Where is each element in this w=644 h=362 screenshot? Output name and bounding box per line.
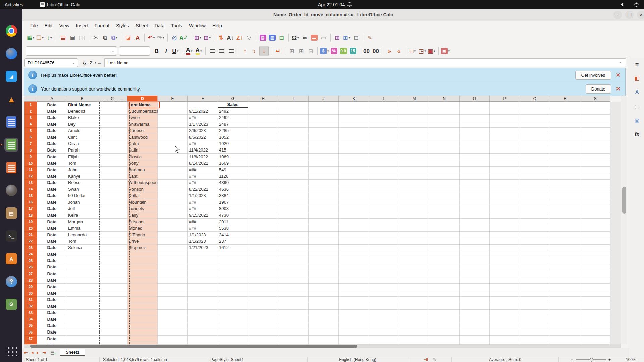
cell[interactable] <box>248 316 278 322</box>
cell[interactable]: Cheese <box>127 128 158 134</box>
italic-button[interactable]: I <box>162 46 170 56</box>
row-header[interactable]: 30 <box>24 290 37 296</box>
cell[interactable] <box>309 257 339 264</box>
cell[interactable] <box>520 167 550 173</box>
cell[interactable]: Shawarma <box>127 121 158 127</box>
cell[interactable] <box>550 238 580 244</box>
row-header[interactable]: 31 <box>24 297 37 303</box>
align-center-button[interactable] <box>217 46 226 56</box>
sidebar-styles-icon[interactable]: A <box>633 88 641 97</box>
next-sheet-button[interactable]: ▸ <box>37 350 39 355</box>
cell[interactable] <box>460 310 490 316</box>
cell[interactable] <box>399 205 429 212</box>
cell[interactable] <box>97 212 127 219</box>
undo-button[interactable]: ↶▾ <box>147 33 156 42</box>
cell[interactable] <box>97 186 127 192</box>
cell[interactable]: Date <box>37 257 67 264</box>
row-header[interactable]: 4 <box>24 121 37 127</box>
cell[interactable]: Date <box>37 336 67 342</box>
cell[interactable] <box>278 167 309 173</box>
cell[interactable] <box>309 140 339 147</box>
cell[interactable] <box>67 251 97 257</box>
cell[interactable] <box>490 303 520 309</box>
cell[interactable] <box>429 310 460 316</box>
cell[interactable]: Reese <box>67 180 97 186</box>
cell[interactable] <box>550 297 580 303</box>
cell[interactable]: Date <box>37 160 67 167</box>
libreoffice-calc-icon[interactable] <box>4 138 18 152</box>
bold-button[interactable]: B <box>152 46 161 56</box>
row-header[interactable]: 9 <box>24 154 37 160</box>
cell[interactable] <box>520 154 550 160</box>
vertical-scrollbar[interactable] <box>621 96 627 344</box>
zoom-out-button[interactable]: − <box>571 357 573 362</box>
cell[interactable] <box>339 264 369 270</box>
cell[interactable] <box>429 232 460 238</box>
cell[interactable] <box>429 219 460 225</box>
cell[interactable] <box>520 251 550 257</box>
cell[interactable] <box>97 238 127 244</box>
cell[interactable] <box>550 121 580 127</box>
cell[interactable] <box>278 134 309 140</box>
headers-footers-button[interactable]: ▭ <box>319 33 328 42</box>
column-header-C[interactable]: C <box>97 96 127 102</box>
cell[interactable] <box>188 102 218 108</box>
format-as-number-button[interactable]: 0.0 <box>339 46 348 56</box>
cell[interactable] <box>97 199 127 205</box>
cell[interactable] <box>580 199 610 205</box>
cell[interactable]: Date <box>37 245 67 251</box>
wrap-text-button[interactable]: ↵ <box>274 46 282 56</box>
row-header[interactable]: 29 <box>24 284 37 290</box>
cell[interactable]: Date <box>37 173 67 179</box>
cell[interactable]: Sales <box>218 102 248 108</box>
clear-formatting-button[interactable]: A <box>133 33 142 42</box>
cell[interactable] <box>278 225 309 231</box>
cell[interactable] <box>429 134 460 140</box>
cell[interactable] <box>309 277 339 284</box>
expand-formula-bar-button[interactable]: ⌄ <box>619 60 622 64</box>
sort-button[interactable]: ⇅ <box>217 33 225 42</box>
cell[interactable] <box>520 173 550 179</box>
cell[interactable] <box>580 102 610 108</box>
cell[interactable] <box>460 245 490 251</box>
cell[interactable] <box>218 264 248 270</box>
define-print-area-button[interactable]: ⊞ <box>333 33 342 42</box>
cell[interactable] <box>460 238 490 244</box>
cell[interactable] <box>490 284 520 290</box>
cell[interactable] <box>399 134 429 140</box>
cell[interactable] <box>218 257 248 264</box>
cell[interactable] <box>490 336 520 342</box>
horizontal-scrollbar[interactable] <box>24 344 621 348</box>
cell[interactable] <box>97 115 127 121</box>
cell[interactable] <box>369 270 399 277</box>
row-header[interactable]: 24 <box>24 251 37 257</box>
cell[interactable] <box>520 232 550 238</box>
cell[interactable] <box>278 160 309 167</box>
row-header[interactable]: 3 <box>24 115 37 121</box>
ubuntu-software-icon[interactable]: A <box>4 252 18 266</box>
cell[interactable]: 2414 <box>218 232 248 238</box>
cell[interactable] <box>550 160 580 167</box>
merge-and-center-cells-button[interactable]: ⊞ <box>287 46 296 56</box>
cell[interactable] <box>127 316 158 322</box>
new-button[interactable]: ▦▾ <box>26 33 35 42</box>
cell[interactable] <box>278 322 309 329</box>
cell[interactable]: Kanye <box>67 173 97 179</box>
cell[interactable] <box>158 284 188 290</box>
cell[interactable] <box>490 270 520 277</box>
cell[interactable] <box>278 102 309 108</box>
cell[interactable] <box>550 251 580 257</box>
cell[interactable]: 237 <box>218 238 248 244</box>
cell[interactable] <box>460 160 490 167</box>
zoom-in-button[interactable]: + <box>608 357 611 362</box>
cell[interactable] <box>399 102 429 108</box>
cell[interactable] <box>309 270 339 277</box>
cell[interactable]: Date <box>37 316 67 322</box>
row-header[interactable]: 6 <box>24 134 37 140</box>
unmerge-cells-button[interactable]: ⊟ <box>306 46 315 56</box>
cell[interactable] <box>550 290 580 296</box>
increase-indent-button[interactable]: » <box>385 46 394 56</box>
cell[interactable] <box>550 336 580 342</box>
cell[interactable]: 1020 <box>218 140 248 147</box>
cell[interactable] <box>429 147 460 154</box>
